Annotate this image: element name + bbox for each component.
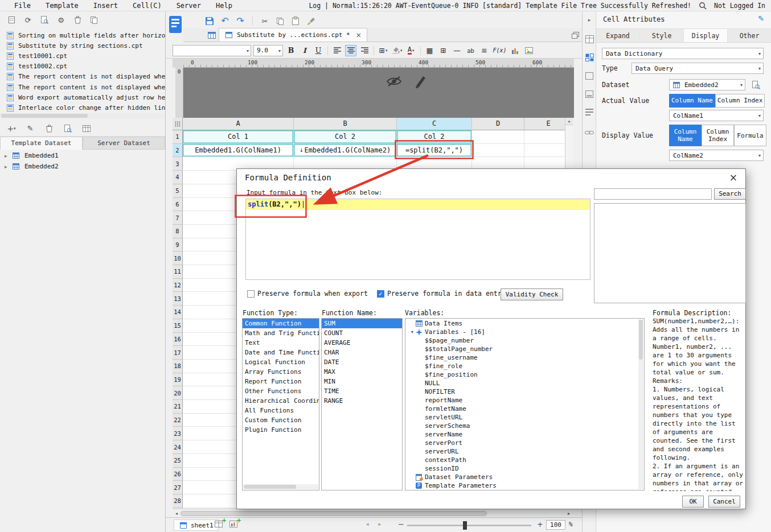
italic-button[interactable]: I — [299, 45, 310, 56]
template-file-item[interactable]: Interlace color change after hidden line — [0, 102, 165, 113]
function-search-input[interactable] — [594, 188, 712, 200]
row-header-5[interactable]: 5 — [173, 184, 183, 198]
row-header-20[interactable]: 20 — [173, 386, 183, 400]
variable-item[interactable]: formletName — [405, 405, 638, 413]
zoom-slider-handle[interactable] — [463, 521, 467, 530]
tab-expand[interactable]: Expand — [596, 29, 640, 42]
type-select[interactable]: Data Query ▾ — [631, 63, 764, 74]
function-name-option[interactable]: DATE — [322, 357, 402, 367]
border-outline-button[interactable]: ⊞ — [438, 45, 449, 56]
row-header-13[interactable]: 13 — [173, 292, 183, 306]
function-type-option[interactable]: Report Function — [243, 377, 319, 386]
row-header-10[interactable]: 10 — [173, 251, 183, 265]
template-file-item[interactable]: Word export automatically adjust row hei — [0, 92, 165, 102]
column-header-b[interactable]: B — [294, 118, 397, 130]
delete-dataset-icon[interactable] — [44, 123, 54, 134]
variable-item[interactable]: contextPath — [405, 456, 638, 464]
function-type-option[interactable]: Hierarchical Coordinate — [243, 396, 319, 406]
tab-display[interactable]: Display — [684, 29, 728, 42]
new-template-icon[interactable] — [7, 15, 16, 25]
refresh-icon[interactable]: ⟳ — [23, 15, 32, 25]
float-element-icon[interactable] — [584, 89, 594, 99]
row-header-6[interactable]: 6 — [173, 198, 183, 212]
cell-attributes-icon[interactable] — [584, 34, 594, 44]
function-name-option[interactable]: CHAR — [322, 348, 402, 357]
function-type-option[interactable]: Other Functions — [243, 386, 319, 396]
sheet-tab[interactable]: sheet1 — [174, 519, 219, 531]
login-status[interactable]: Not Logged In — [714, 2, 765, 10]
zoom-slider[interactable] — [407, 525, 531, 526]
template-file-item[interactable]: The report content is not displayed when — [0, 72, 165, 82]
row-header-17[interactable]: 17 — [173, 346, 183, 360]
display-value-option-column-name[interactable]: Column Name — [669, 125, 702, 146]
template-mode-icon[interactable] — [169, 15, 182, 35]
variable-item[interactable]: $$totalPage_number — [405, 345, 638, 353]
sheet-prev-icon[interactable]: ◂ — [366, 521, 369, 527]
borders-button[interactable]: ▦ — [424, 45, 436, 56]
document-tab[interactable]: Substitute by ...ections.cpt * × — [219, 28, 367, 42]
scroll-up-icon[interactable]: ▴ — [565, 118, 573, 125]
display-value-option-column-index[interactable]: Column Index — [702, 125, 734, 146]
row-header-24[interactable]: 24 — [173, 440, 183, 454]
scrollbar-thumb[interactable] — [639, 320, 643, 360]
row-header-16[interactable]: 16 — [173, 333, 183, 347]
row-lines-button[interactable]: ≡ — [479, 45, 490, 56]
align-center-button[interactable] — [345, 45, 356, 56]
row-header-25[interactable]: 25 — [173, 454, 183, 468]
dataset-item[interactable]: ▸Embedded1 — [0, 150, 165, 161]
close-icon[interactable]: × — [729, 172, 737, 183]
formula-option-checkbox-1[interactable]: Preserve formula when export — [247, 290, 368, 298]
function-type-option[interactable]: Logical Function — [243, 357, 319, 367]
function-type-option[interactable]: Common Function — [243, 319, 319, 328]
variable-item[interactable]: sessionID — [405, 464, 638, 473]
checkbox-checked-icon[interactable]: ✓ — [377, 290, 384, 298]
variable-item[interactable]: $fine_position — [405, 370, 638, 379]
insert-chart-button[interactable] — [510, 45, 521, 56]
display-value-column-select[interactable]: ColName2 ▾ — [669, 150, 764, 161]
function-name-option[interactable]: AVERAGE — [322, 338, 402, 348]
select-all-corner[interactable] — [173, 118, 183, 130]
grid-horizontal-scrollbar[interactable]: ◂ ▸ — [173, 509, 573, 517]
function-name-option[interactable]: COUNT — [322, 328, 402, 338]
function-type-option[interactable]: All Functions — [243, 406, 319, 415]
data-dictionary-select[interactable]: Data Dictionary ▾ — [602, 48, 764, 59]
variable-item[interactable]: serverName — [405, 430, 638, 439]
fill-color-button[interactable]: ▾ — [391, 45, 403, 56]
tab-close-icon[interactable]: × — [356, 31, 362, 39]
scrollbar-thumb[interactable] — [181, 511, 487, 516]
row-header-11[interactable]: 11 — [173, 265, 183, 279]
cell-d1[interactable] — [472, 130, 524, 144]
hide-preview-icon[interactable] — [386, 75, 403, 89]
save-icon[interactable] — [205, 16, 214, 26]
actual-value-column-select[interactable]: ColName1 ▾ — [669, 110, 764, 121]
column-header-d[interactable]: D — [472, 118, 524, 130]
font-color-button[interactable]: A▾ — [405, 45, 417, 56]
template-file-item[interactable]: The report content is not displayed when — [0, 82, 165, 92]
function-name-option[interactable]: TIME — [322, 386, 402, 396]
cell-c1[interactable]: Col 2 — [397, 130, 472, 144]
variable-item[interactable]: $fine_role — [405, 362, 638, 370]
dataset-select[interactable]: Embedded2 ▾ — [669, 79, 745, 90]
row-header-14[interactable]: 14 — [173, 306, 183, 319]
preview-dataset-icon[interactable] — [63, 123, 72, 134]
undo-icon[interactable]: ↶ — [220, 16, 229, 26]
list-hscrollbar[interactable] — [243, 484, 318, 489]
row-header-4[interactable]: 4 — [173, 171, 183, 184]
dataset-config-icon[interactable] — [82, 123, 91, 134]
dataset-item[interactable]: ▸Embedded2 — [0, 161, 165, 172]
text-abbr-button[interactable]: ab — [465, 45, 477, 56]
paste-icon[interactable] — [291, 16, 300, 26]
row-header-19[interactable]: 19 — [173, 373, 183, 387]
file-tree-hscrollbar[interactable] — [0, 113, 165, 118]
report-grid-icon[interactable] — [207, 30, 216, 40]
row-header-18[interactable]: 18 — [173, 360, 183, 373]
scroll-right-icon[interactable]: ▸ — [565, 511, 573, 516]
function-type-option[interactable]: Plugin Function — [243, 425, 319, 435]
align-left-button[interactable] — [331, 45, 343, 56]
validity-check-button[interactable]: Validity Check — [501, 288, 563, 300]
insert-formula-button[interactable]: F(x) — [493, 45, 507, 56]
menu-item-template[interactable]: Template — [38, 2, 86, 10]
checkbox-unchecked-icon[interactable] — [247, 290, 255, 298]
function-type-option[interactable]: Date and Time Function — [243, 348, 319, 357]
template-file-item[interactable]: test10001.cpt — [0, 51, 165, 61]
